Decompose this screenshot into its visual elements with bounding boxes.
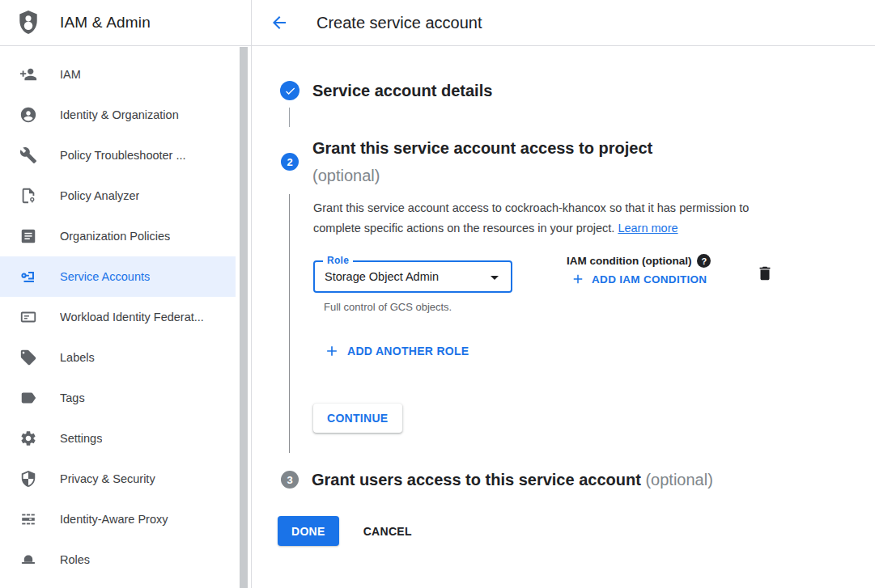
- sidebar-item-privacy-security[interactable]: Privacy & Security: [0, 459, 236, 499]
- sidebar-item-label: Identity-Aware Proxy: [60, 513, 168, 526]
- cancel-button[interactable]: CANCEL: [363, 525, 412, 538]
- sidebar-item-label: Settings: [60, 432, 102, 445]
- learn-more-link[interactable]: Learn more: [618, 222, 677, 235]
- price-tag-icon: [19, 349, 37, 366]
- add-another-role-button[interactable]: ADD ANOTHER ROLE: [324, 343, 469, 359]
- sidebar-item-label: Organization Policies: [60, 230, 170, 243]
- sidebar-header: IAM & Admin: [0, 0, 251, 46]
- wrench-icon: [19, 146, 37, 164]
- arrow-left-icon: [270, 13, 289, 32]
- document-lines-icon: [19, 227, 37, 245]
- sidebar-item-label: Service Accounts: [60, 270, 150, 283]
- step2-description-text: Grant this service account access to coc…: [313, 201, 749, 235]
- sidebar-title: IAM & Admin: [60, 14, 151, 32]
- trash-icon: [756, 264, 774, 282]
- person-circle-icon: [19, 106, 37, 124]
- sidebar-item-organization-policies[interactable]: Organization Policies: [0, 216, 236, 256]
- id-card-icon: [19, 308, 37, 326]
- delete-role-button[interactable]: [756, 264, 775, 284]
- step1-completed-icon: [280, 81, 299, 100]
- page-title: Create service account: [316, 14, 482, 32]
- done-button[interactable]: DONE: [278, 516, 339, 546]
- document-gear-icon: [19, 187, 37, 205]
- step3-number-badge: 3: [281, 471, 299, 489]
- sidebar-item-service-accounts[interactable]: Service Accounts: [0, 256, 236, 297]
- add-another-role-label: ADD ANOTHER ROLE: [347, 345, 469, 357]
- sidebar-item-labels[interactable]: Labels: [0, 337, 236, 378]
- main-panel: Create service account Service account d…: [252, 0, 875, 588]
- sidebar-item-policy-troubleshooter[interactable]: Policy Troubleshooter ...: [0, 135, 236, 176]
- topbar: Create service account: [252, 0, 875, 46]
- help-icon[interactable]: ?: [697, 254, 711, 268]
- sidebar-item-label: Privacy & Security: [60, 472, 155, 485]
- sidebar-scrollbar[interactable]: [240, 47, 248, 588]
- step-connector: [289, 194, 290, 453]
- role-helper-text: Full control of GCS objects.: [324, 301, 512, 313]
- add-iam-condition-button[interactable]: ADD IAM CONDITION: [571, 272, 707, 286]
- role-row: Role Storage Object Admin Full control o…: [313, 260, 875, 313]
- label-icon: [19, 389, 37, 407]
- step2-optional-label: (optional): [312, 162, 652, 189]
- role-field: Role Storage Object Admin Full control o…: [313, 260, 512, 313]
- sidebar-item-tags[interactable]: Tags: [0, 378, 236, 418]
- plus-icon: [324, 343, 340, 359]
- sidebar-item-iam[interactable]: IAM: [0, 54, 236, 95]
- role-select-label: Role: [323, 255, 353, 266]
- sidebar-item-identity-aware-proxy[interactable]: Identity-Aware Proxy: [0, 499, 236, 539]
- hat-icon: [19, 551, 37, 569]
- person-add-icon: [19, 66, 37, 83]
- sidebar-item-label: Identity & Organization: [60, 108, 179, 121]
- step3-title: Grant users access to this service accou…: [312, 469, 713, 490]
- back-button[interactable]: [270, 13, 289, 32]
- step2-title: Grant this service account access to pro…: [312, 134, 652, 189]
- iam-condition-label-row: IAM condition (optional) ?: [567, 254, 711, 268]
- sidebar-nav: IAM Identity & Organization Policy Troub…: [0, 46, 251, 580]
- step3-optional-label: (optional): [645, 471, 712, 489]
- step-connector: [289, 108, 290, 127]
- step1-title: Service account details: [312, 80, 492, 101]
- iam-condition-label: IAM condition (optional): [567, 255, 691, 267]
- step2-description: Grant this service account access to coc…: [313, 198, 791, 239]
- app-window: IAM & Admin IAM Identity & Organization …: [0, 0, 875, 588]
- iam-condition-block: IAM condition (optional) ? ADD IAM CONDI…: [567, 254, 711, 286]
- step1-header[interactable]: Service account details: [280, 80, 875, 101]
- step2-body: Grant this service account access to coc…: [313, 198, 875, 433]
- step3-title-text: Grant users access to this service accou…: [312, 471, 641, 489]
- shield-icon: [19, 470, 37, 488]
- sidebar: IAM & Admin IAM Identity & Organization …: [0, 0, 252, 588]
- form-actions: DONE CANCEL: [278, 516, 875, 546]
- plus-icon: [571, 272, 585, 286]
- sidebar-item-policy-analyzer[interactable]: Policy Analyzer: [0, 176, 236, 216]
- role-select-value: Storage Object Admin: [325, 270, 439, 283]
- shield-person-icon: [18, 11, 39, 35]
- step3-header[interactable]: 3 Grant users access to this service acc…: [280, 469, 875, 490]
- sidebar-item-label: Roles: [60, 553, 90, 566]
- sidebar-item-identity-organization[interactable]: Identity & Organization: [0, 95, 236, 135]
- sidebar-item-settings[interactable]: Settings: [0, 418, 236, 459]
- check-icon: [284, 85, 296, 97]
- step2-title-text: Grant this service account access to pro…: [312, 139, 652, 157]
- continue-button[interactable]: CONTINUE: [313, 404, 402, 433]
- step2-number-badge: 2: [281, 153, 299, 171]
- sidebar-item-roles[interactable]: Roles: [0, 539, 236, 580]
- sidebar-item-label: Tags: [60, 391, 85, 404]
- sidebar-item-label: Policy Troubleshooter ...: [60, 149, 186, 162]
- service-account-key-icon: [19, 268, 37, 286]
- chevron-down-icon: [485, 268, 504, 287]
- gear-icon: [19, 429, 37, 447]
- sidebar-item-label: IAM: [60, 68, 81, 81]
- proxy-icon: [19, 510, 37, 528]
- sidebar-item-label: Labels: [60, 351, 95, 364]
- wizard-content: Service account details 2 Grant this ser…: [252, 46, 875, 546]
- sidebar-item-label: Policy Analyzer: [60, 189, 139, 202]
- add-iam-condition-label: ADD IAM CONDITION: [592, 273, 707, 286]
- sidebar-item-workload-identity-federation[interactable]: Workload Identity Federat...: [0, 297, 236, 337]
- sidebar-item-label: Workload Identity Federat...: [60, 311, 204, 324]
- step2-header: 2 Grant this service account access to p…: [280, 134, 875, 189]
- role-select[interactable]: Role Storage Object Admin: [313, 260, 512, 293]
